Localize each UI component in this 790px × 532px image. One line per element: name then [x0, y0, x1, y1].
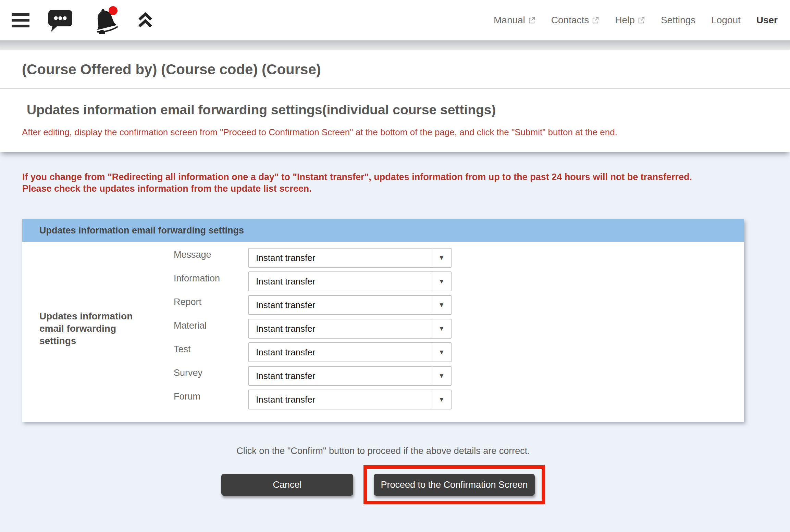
- chat-button[interactable]: [47, 8, 73, 33]
- nav-logout[interactable]: Logout: [711, 15, 741, 26]
- select-value: Instant transfer: [249, 272, 432, 291]
- panel-body: Updates information email forwarding set…: [22, 242, 744, 422]
- action-buttons: Cancel Proceed to the Confirmation Scree…: [22, 465, 744, 504]
- notification-badge: [109, 6, 118, 15]
- table-row-information: Information Instant transfer ▼: [174, 271, 452, 291]
- intro-panel: (Course Offered by) (Course code) (Cours…: [0, 50, 790, 152]
- nav-contacts[interactable]: Contacts: [551, 15, 600, 26]
- forwarding-select-material[interactable]: Instant transfer ▼: [248, 319, 452, 339]
- hamburger-menu-icon: [12, 13, 29, 27]
- group-label: Updates information email forwarding set…: [39, 310, 152, 347]
- forwarding-select-information[interactable]: Instant transfer ▼: [248, 271, 452, 291]
- select-value: Instant transfer: [249, 296, 432, 314]
- row-label: Test: [174, 342, 248, 355]
- external-link-icon: [637, 16, 645, 24]
- nav-manual[interactable]: Manual: [494, 15, 535, 26]
- nav-user[interactable]: User: [756, 15, 778, 26]
- forwarding-select-test[interactable]: Instant transfer ▼: [248, 342, 452, 362]
- course-title: (Course Offered by) (Course code) (Cours…: [0, 50, 790, 88]
- forwarding-select-forum[interactable]: Instant transfer ▼: [248, 390, 452, 409]
- row-label: Message: [174, 248, 248, 260]
- collapse-header-button[interactable]: [137, 11, 153, 29]
- panel-title: Updates information email forwarding set…: [39, 225, 244, 236]
- table-row-message: Message Instant transfer ▼: [174, 248, 452, 268]
- nav-user-label: User: [756, 15, 778, 26]
- nav-help-label: Help: [615, 15, 635, 26]
- row-label: Report: [174, 295, 248, 307]
- table-row-test: Test Instant transfer ▼: [174, 342, 452, 362]
- row-label: Material: [174, 319, 248, 331]
- chevron-down-icon: ▼: [432, 319, 451, 338]
- forwarding-select-report[interactable]: Instant transfer ▼: [248, 295, 452, 315]
- page-heading: Updates information email forwarding set…: [0, 89, 790, 117]
- bell-icon: [91, 6, 119, 34]
- row-label: Information: [174, 271, 248, 284]
- notifications-button[interactable]: [91, 6, 119, 34]
- nav-help[interactable]: Help: [615, 15, 645, 26]
- select-value: Instant transfer: [249, 367, 432, 385]
- main-content: If you change from "Redirecting all info…: [0, 171, 790, 504]
- panel-header: Updates information email forwarding set…: [22, 219, 744, 242]
- nav-settings[interactable]: Settings: [661, 15, 695, 26]
- nav-contacts-label: Contacts: [551, 15, 589, 26]
- nav-logout-label: Logout: [711, 15, 741, 26]
- forwarding-select-message[interactable]: Instant transfer ▼: [248, 248, 452, 268]
- double-chevron-up-icon: [137, 11, 153, 29]
- chevron-down-icon: ▼: [432, 390, 451, 409]
- cancel-button[interactable]: Cancel: [221, 474, 353, 496]
- chevron-down-icon: ▼: [432, 249, 451, 267]
- select-value: Instant transfer: [249, 319, 432, 338]
- top-bar: Manual Contacts Help Settings Logout Use…: [0, 0, 790, 40]
- external-link-icon: [528, 16, 535, 24]
- select-value: Instant transfer: [249, 249, 432, 267]
- chevron-down-icon: ▼: [432, 296, 451, 314]
- forwarding-select-survey[interactable]: Instant transfer ▼: [248, 366, 452, 386]
- settings-rows: Message Instant transfer ▼ Information I…: [174, 248, 452, 409]
- menu-button[interactable]: [12, 13, 29, 27]
- chevron-down-icon: ▼: [432, 272, 451, 291]
- table-row-report: Report Instant transfer ▼: [174, 295, 452, 315]
- select-value: Instant transfer: [249, 343, 432, 362]
- header-divider-band: [0, 40, 790, 50]
- row-label: Survey: [174, 366, 248, 378]
- table-row-survey: Survey Instant transfer ▼: [174, 366, 452, 386]
- transfer-warning-text: If you change from "Redirecting all info…: [22, 171, 721, 194]
- chat-icon: [47, 8, 73, 33]
- nav-settings-label: Settings: [661, 15, 695, 26]
- table-row-forum: Forum Instant transfer ▼: [174, 390, 452, 409]
- external-link-icon: [591, 16, 599, 24]
- table-row-material: Material Instant transfer ▼: [174, 319, 452, 339]
- nav-manual-label: Manual: [494, 15, 525, 26]
- top-nav: Manual Contacts Help Settings Logout Use…: [494, 15, 778, 26]
- forwarding-settings-panel: Updates information email forwarding set…: [22, 219, 744, 422]
- group-label-cell: Updates information email forwarding set…: [22, 248, 174, 409]
- proceed-to-confirmation-button[interactable]: Proceed to the Confirmation Screen: [374, 474, 535, 496]
- edit-instruction-text: After editing, display the confirmation …: [0, 117, 790, 152]
- confirm-note: Click on the "Confirm" button to proceed…: [22, 446, 744, 456]
- chevron-down-icon: ▼: [432, 367, 451, 385]
- row-label: Forum: [174, 390, 248, 402]
- chevron-down-icon: ▼: [432, 343, 451, 362]
- red-highlight-box: Proceed to the Confirmation Screen: [363, 465, 545, 504]
- select-value: Instant transfer: [249, 390, 432, 409]
